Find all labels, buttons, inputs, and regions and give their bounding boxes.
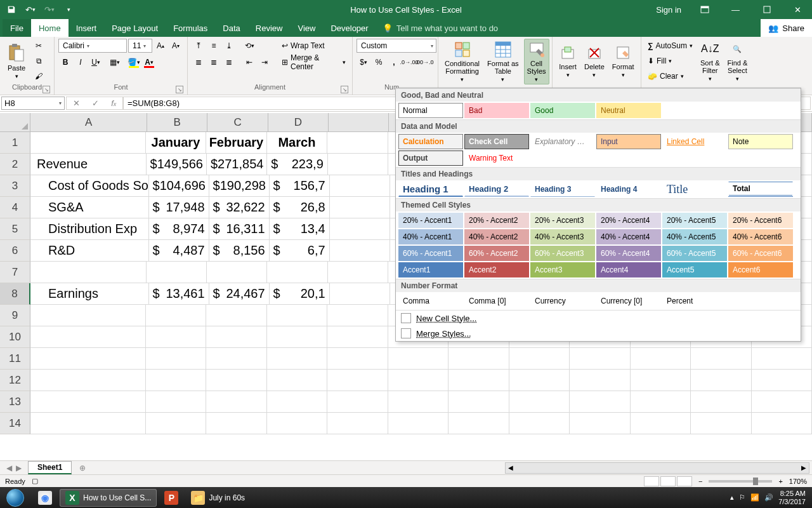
italic-button[interactable]: I (74, 55, 88, 69)
style-accent[interactable]: Accent4 (596, 262, 661, 277)
cell[interactable] (330, 240, 390, 262)
zoom-slider[interactable] (709, 480, 772, 483)
style-note[interactable]: Note (728, 134, 793, 149)
minimize-icon[interactable]: — (721, 0, 750, 19)
row-header[interactable]: 5 (0, 218, 30, 240)
decrease-font-icon[interactable]: A▾ (169, 39, 183, 53)
cell[interactable]: SG&A (30, 197, 149, 218)
conditional-formatting-button[interactable]: Conditional Formatting▾ (442, 39, 482, 84)
cell[interactable]: $6,7 (270, 240, 330, 262)
fill-button[interactable]: ⬇Fill▾ (645, 54, 695, 68)
decrease-decimal-icon[interactable]: .00→.0 (417, 55, 431, 69)
align-bottom-icon[interactable]: ⤓ (222, 39, 236, 53)
style-normal[interactable]: Normal (398, 103, 463, 118)
column-header[interactable]: D (268, 113, 329, 132)
cell[interactable]: $156,7 (270, 175, 330, 197)
cell[interactable] (631, 413, 691, 434)
tab-home[interactable]: Home (31, 19, 69, 37)
cell[interactable] (146, 326, 206, 348)
taskbar-item-folder[interactable]: 📁July in 60s (186, 489, 250, 507)
taskbar-chrome[interactable]: ◉ (33, 489, 57, 507)
dialog-launcher-icon[interactable]: ↘ (176, 86, 183, 93)
column-header[interactable]: C (207, 113, 268, 132)
maximize-icon[interactable] (752, 0, 781, 19)
cell[interactable]: $8,974 (149, 218, 209, 240)
align-center-icon[interactable]: ≣ (207, 55, 221, 69)
cell[interactable] (570, 391, 630, 413)
cell[interactable]: $24,467 (209, 283, 270, 305)
cell[interactable] (752, 413, 812, 434)
cell[interactable] (146, 391, 206, 413)
style-good[interactable]: Good (530, 103, 595, 118)
style-accent[interactable]: Accent1 (398, 262, 463, 277)
tray-volume-icon[interactable]: 🔊 (764, 493, 773, 502)
style-heading3[interactable]: Heading 3 (530, 182, 595, 197)
cell[interactable] (631, 391, 691, 413)
cell[interactable] (509, 391, 570, 413)
ribbon-display-icon[interactable] (690, 0, 719, 19)
cell[interactable]: $13,4 (270, 218, 330, 240)
cell[interactable] (570, 370, 630, 391)
underline-button[interactable]: U▾ (89, 55, 103, 69)
share-button[interactable]: 👥 Share (761, 19, 812, 37)
cell[interactable] (328, 154, 388, 175)
cell[interactable] (206, 305, 266, 326)
percent-icon[interactable]: % (372, 55, 386, 69)
cell[interactable] (267, 305, 327, 326)
select-all-button[interactable] (0, 113, 30, 132)
enter-edit-icon[interactable]: ✓ (92, 98, 99, 108)
name-box[interactable]: H8▾ (1, 97, 65, 110)
cell[interactable] (30, 413, 146, 434)
font-name-combo[interactable]: Calibri▾ (58, 39, 127, 53)
cell[interactable]: January (146, 132, 206, 154)
cell[interactable]: $149,566 (147, 154, 207, 175)
style-title[interactable]: Title (662, 182, 727, 197)
cell[interactable]: R&D (30, 240, 149, 262)
cell[interactable] (267, 348, 327, 370)
cell[interactable]: $8,156 (209, 240, 270, 262)
row-header[interactable]: 13 (0, 391, 30, 413)
page-break-view-icon[interactable] (677, 476, 692, 486)
column-header[interactable]: A (30, 113, 147, 132)
cell[interactable] (691, 370, 751, 391)
row-header[interactable]: 3 (0, 175, 30, 197)
horizontal-scrollbar[interactable]: ◀▶ (505, 462, 809, 474)
style-accent-tint[interactable]: 40% - Accent5 (662, 229, 727, 244)
cell[interactable] (330, 218, 390, 240)
cell[interactable]: Earnings (30, 283, 149, 305)
style-linked-cell[interactable]: Linked Cell (662, 134, 727, 149)
align-middle-icon[interactable]: ≡ (207, 39, 221, 53)
cell[interactable] (631, 370, 691, 391)
style-check-cell[interactable]: Check Cell (464, 134, 529, 149)
dialog-launcher-icon[interactable]: ↘ (43, 86, 50, 93)
page-layout-view-icon[interactable] (660, 476, 676, 486)
cell[interactable] (267, 262, 327, 283)
style-accent-tint[interactable]: 40% - Accent4 (596, 229, 661, 244)
cell[interactable] (449, 348, 509, 370)
cell[interactable] (328, 262, 388, 283)
merge-styles-item[interactable]: Merge Styles... (396, 326, 801, 341)
sheet-nav[interactable]: ◀▶ (0, 464, 28, 472)
cell[interactable]: $4,487 (149, 240, 209, 262)
undo-icon[interactable]: ↶▾ (23, 2, 38, 17)
style-number-format[interactable]: Comma (398, 293, 463, 309)
cell[interactable] (388, 370, 449, 391)
paste-button[interactable]: Paste ▾ (4, 39, 29, 83)
cell[interactable] (388, 413, 449, 434)
clear-button[interactable]: 🧽Clear▾ (645, 69, 695, 83)
cell[interactable] (327, 132, 388, 154)
cell[interactable] (691, 348, 751, 370)
new-cell-style-item[interactable]: New Cell Style... (396, 311, 801, 326)
style-calculation[interactable]: Calculation (398, 134, 463, 149)
tab-view[interactable]: View (290, 19, 323, 37)
style-accent[interactable]: Accent5 (662, 262, 727, 277)
row-header[interactable]: 9 (0, 305, 30, 326)
cell[interactable] (30, 348, 146, 370)
tell-me-search[interactable]: 💡 Tell me what you want to do (376, 19, 761, 37)
cell[interactable] (388, 391, 449, 413)
format-painter-icon[interactable]: 🖌 (32, 69, 46, 83)
row-header[interactable]: 10 (0, 326, 30, 348)
tab-formulas[interactable]: Formulas (166, 19, 215, 37)
row-header[interactable]: 7 (0, 262, 30, 283)
row-header[interactable]: 6 (0, 240, 30, 262)
